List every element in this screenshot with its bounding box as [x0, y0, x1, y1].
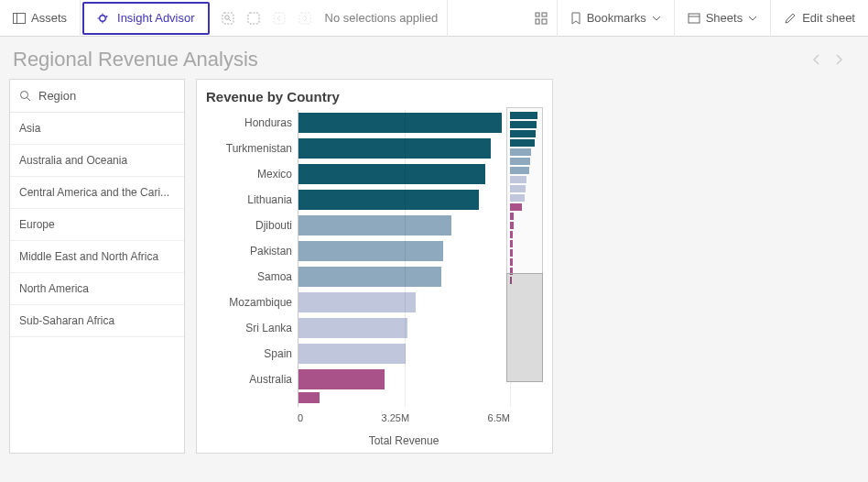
no-selections-text: No selections applied	[321, 11, 439, 25]
y-category-label: Lithuania	[206, 187, 298, 213]
content-area: Region AsiaAustralia and OceaniaCentral …	[0, 79, 868, 454]
minimap-bar	[510, 139, 535, 147]
svg-rect-8	[274, 13, 285, 24]
chevron-down-icon	[652, 16, 661, 21]
minimap-bar	[510, 194, 525, 202]
selections-tool-icon[interactable]	[244, 9, 263, 27]
svg-rect-4	[222, 13, 233, 24]
filter-item[interactable]: Central America and the Cari...	[10, 177, 184, 209]
svg-point-5	[224, 15, 228, 18]
minimap-bar	[510, 249, 513, 257]
y-category-label: Mozambique	[206, 290, 298, 315]
svg-rect-12	[536, 19, 539, 24]
minimap-bar	[510, 167, 529, 174]
bar[interactable]	[298, 241, 443, 261]
sheet-icon	[688, 13, 700, 24]
minimap-bar	[510, 222, 514, 229]
y-category-label: Djibouti	[206, 213, 298, 238]
panel-icon	[13, 12, 26, 25]
page-title: Regional Revenue Analysis	[13, 48, 806, 71]
next-sheet-button[interactable]	[828, 49, 850, 71]
minimap-bar	[510, 258, 513, 266]
chart-body[interactable]: HondurasTurkmenistanMexicoLithuaniaDjibo…	[206, 110, 543, 407]
minimap-bar	[510, 112, 537, 119]
minimap-bar	[510, 158, 530, 165]
filter-item[interactable]: Australia and Oceania	[10, 145, 184, 177]
smart-search-icon[interactable]	[219, 9, 237, 27]
insight-label: Insight Advisor	[117, 11, 195, 25]
svg-rect-14	[689, 14, 700, 23]
sheets-button[interactable]: Sheets	[675, 0, 771, 37]
grid-icon	[535, 12, 548, 25]
bookmark-icon	[570, 12, 581, 25]
chart-panel: Revenue by Country HondurasTurkmenistanM…	[196, 79, 553, 454]
pencil-icon	[784, 12, 797, 25]
x-ticks: 0 3.25M 6.5M	[298, 407, 510, 423]
svg-line-6	[228, 18, 230, 20]
assets-button[interactable]: Assets	[0, 0, 81, 37]
x-axis-label: Total Revenue	[298, 434, 510, 447]
filter-header[interactable]: Region	[10, 80, 184, 113]
prev-sheet-button[interactable]	[806, 49, 828, 71]
bar[interactable]	[298, 190, 479, 210]
filter-item[interactable]: Sub-Saharan Africa	[10, 305, 184, 337]
y-category-label: Mexico	[206, 161, 298, 187]
y-category-label: Spain	[206, 341, 298, 367]
edit-sheet-button[interactable]: Edit sheet	[771, 0, 868, 37]
minimap-bar	[510, 121, 537, 128]
svg-rect-9	[299, 13, 310, 24]
filter-item[interactable]: North America	[10, 273, 184, 305]
svg-point-16	[21, 92, 28, 99]
xtick-0: 0	[298, 412, 303, 423]
y-category-label: Sri Lanka	[206, 315, 298, 341]
assets-label: Assets	[31, 11, 67, 25]
step-back-icon	[270, 9, 288, 27]
bar[interactable]	[298, 113, 502, 133]
svg-rect-0	[14, 13, 26, 23]
y-category-label: Australia	[206, 367, 298, 392]
chart-minimap[interactable]	[506, 107, 543, 382]
selections-overview-button[interactable]	[526, 0, 558, 37]
edit-label: Edit sheet	[802, 11, 855, 25]
bar[interactable]	[298, 267, 441, 287]
insight-advisor-button[interactable]: Insight Advisor	[82, 2, 210, 35]
chevron-down-icon	[748, 16, 757, 21]
minimap-bar	[510, 203, 522, 211]
filter-item[interactable]: Middle East and North Africa	[10, 241, 184, 273]
svg-point-2	[100, 15, 105, 20]
filter-pane: Region AsiaAustralia and OceaniaCentral …	[9, 79, 185, 454]
svg-rect-10	[536, 13, 539, 16]
bar[interactable]	[298, 138, 491, 159]
minimap-bar	[510, 185, 526, 192]
filter-item[interactable]: Europe	[10, 209, 184, 241]
minimap-bar	[510, 130, 536, 137]
minimap-bar	[510, 240, 513, 247]
bar[interactable]	[298, 292, 416, 312]
selection-tools-group: No selections applied	[210, 0, 449, 37]
bookmarks-button[interactable]: Bookmarks	[558, 0, 675, 37]
y-category-label: Pakistan	[206, 238, 298, 264]
search-icon	[19, 90, 31, 102]
svg-point-3	[106, 16, 108, 17]
bar[interactable]	[298, 318, 407, 338]
svg-rect-11	[542, 13, 547, 16]
sheets-label: Sheets	[706, 11, 743, 25]
filter-item[interactable]: Asia	[10, 113, 184, 145]
bar[interactable]	[298, 215, 451, 236]
minimap-bar	[510, 148, 531, 156]
page-header: Regional Revenue Analysis	[0, 37, 868, 79]
y-category-label: Turkmenistan	[206, 136, 298, 161]
top-toolbar: Assets Insight Advisor No selections app…	[0, 0, 868, 37]
step-forward-icon	[296, 9, 314, 27]
bar[interactable]	[298, 164, 485, 184]
minimap-bar	[510, 176, 526, 183]
bar[interactable]	[298, 369, 385, 389]
minimap-viewport[interactable]	[506, 273, 543, 382]
y-category-label: Samoa	[206, 264, 298, 290]
insight-icon	[97, 11, 112, 26]
bar[interactable]	[298, 344, 406, 364]
minimap-bar	[510, 231, 513, 238]
xtick-1: 3.25M	[382, 412, 410, 423]
xtick-2: 6.5M	[488, 412, 510, 423]
bookmarks-label: Bookmarks	[587, 11, 646, 25]
